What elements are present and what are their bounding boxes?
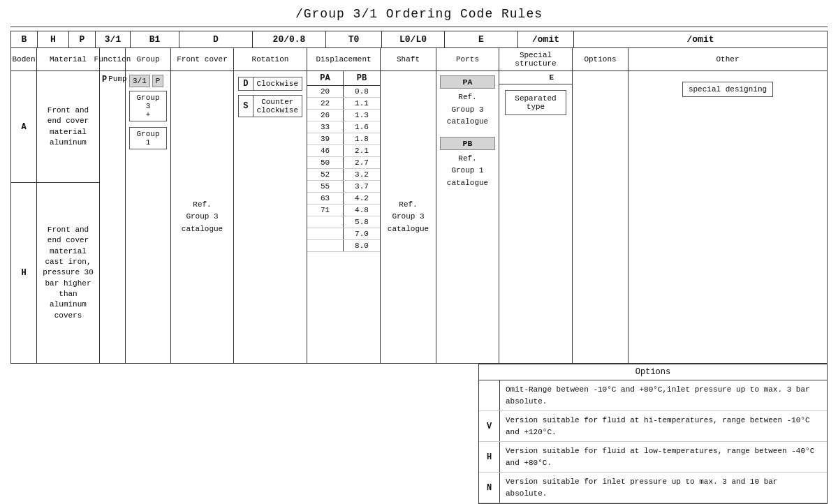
label-boden: Boden	[11, 48, 37, 71]
group-inner: 3/1 P Group 3+ Group 1	[126, 71, 170, 153]
disp-pa-val	[307, 228, 344, 239]
group-31-row: 3/1 P	[129, 75, 167, 87]
disp-pb-val: 1.1	[344, 98, 380, 109]
p-letter: P	[102, 75, 107, 84]
ports-pa-header: PA	[440, 75, 495, 89]
rotation-d-letter: D	[238, 77, 253, 91]
code-d: D	[179, 31, 253, 47]
options-val: Version suitable for inlet pressure up t…	[500, 473, 827, 503]
disp-pb-header: PB	[344, 71, 380, 85]
options-row: N Version suitable for inlet pressure up…	[479, 473, 827, 503]
disp-pa-val	[307, 216, 344, 228]
disp-pb-val: 4.2	[344, 193, 380, 204]
options-key: V	[479, 411, 500, 441]
disp-pa-val: 26	[307, 110, 344, 121]
disp-row: 8.0	[307, 240, 380, 252]
cell-material-h: Front and end cover material cast iron, …	[37, 183, 99, 363]
displacement-rows: 20 0.8 22 1.1 26 1.3 33 1.6 39 1.8 46 2.…	[307, 86, 380, 252]
code-h: H	[38, 31, 69, 47]
code-t0: T0	[326, 31, 382, 47]
col-ah: A H	[11, 71, 37, 363]
label-rotation: Rotation	[234, 48, 307, 71]
disp-row: 20 0.8	[307, 86, 380, 98]
disp-pb-val: 4.8	[344, 205, 380, 216]
pump-text: Pump	[108, 75, 126, 83]
code-31: 3/1	[96, 31, 131, 47]
col-frontcover: Ref.Group 3catalogue	[171, 71, 234, 363]
sep-type-box: Separated type	[505, 90, 566, 115]
options-key	[479, 380, 500, 410]
special-design-box: special designing	[682, 82, 773, 97]
shaft-ref: Ref.Group 3catalogue	[388, 199, 429, 236]
rotation-s-text: Counter clockwise	[253, 95, 302, 117]
disp-row: 39 1.8	[307, 133, 380, 145]
page-title: /Group 3/1 Ordering Code Rules	[10, 7, 828, 21]
group-3plus-box: Group 3+	[129, 91, 167, 121]
options-val: Version suitable for fluid at low-temper…	[500, 442, 827, 472]
options-row: H Version suitable for fluid at low-temp…	[479, 442, 827, 473]
top-divider	[10, 27, 828, 27]
code-208: 20/0.8	[253, 31, 326, 47]
displacement-header-row: PA PB	[307, 71, 380, 86]
group-p-box: P	[152, 75, 164, 87]
options-row: Omit-Range between -10°C and +80°C,inlet…	[479, 380, 827, 411]
label-group: Group	[126, 48, 171, 71]
disp-pb-val: 1.3	[344, 110, 380, 121]
code-lolo: L0/L0	[382, 31, 445, 47]
disp-pb-val: 1.6	[344, 121, 380, 133]
disp-pb-val: 7.0	[344, 228, 380, 239]
disp-pa-val: 50	[307, 157, 344, 168]
col-other: special designing	[628, 71, 827, 363]
disp-row: 52 3.2	[307, 169, 380, 181]
rotation-d-text: Clockwise	[253, 77, 302, 91]
label-options: Options	[573, 48, 628, 71]
options-table: Options Omit-Range between -10°C and +80…	[478, 364, 828, 504]
disp-pa-val: 46	[307, 145, 344, 156]
sep-type-container: Separated type	[499, 84, 572, 121]
cell-h: H	[11, 183, 36, 363]
disp-pb-val: 0.8	[344, 86, 380, 97]
label-special: Special structure	[499, 48, 573, 71]
label-other: Other	[628, 48, 827, 71]
disp-row: 71 4.8	[307, 205, 380, 216]
code-b1: B1	[131, 31, 179, 47]
code-omit2: /omit	[574, 31, 827, 47]
options-table-header: Options	[479, 364, 827, 380]
disp-row: 46 2.1	[307, 145, 380, 157]
label-frontcover: Front cover	[171, 48, 234, 71]
code-omit1: /omit	[518, 31, 574, 47]
options-row: V Version suitable for fluid at hi-tempe…	[479, 411, 827, 442]
disp-pa-val: 20	[307, 86, 344, 97]
disp-row: 22 1.1	[307, 98, 380, 110]
group-31-box: 3/1	[129, 75, 150, 87]
label-ports: Ports	[436, 48, 499, 71]
disp-pb-val: 1.8	[344, 133, 380, 144]
disp-pb-val: 2.1	[344, 145, 380, 156]
cell-material-a: Front and end cover material aluminum	[37, 71, 99, 183]
disp-pa-val: 22	[307, 98, 344, 109]
label-row: Boden Material Function Group Front cove…	[10, 47, 828, 71]
disp-row: 55 3.7	[307, 181, 380, 193]
col-special: E Separated type	[499, 71, 573, 363]
bottom-left: If you need other models, please see the…	[10, 364, 478, 504]
disp-pa-val: 39	[307, 133, 344, 144]
disp-pa-val: 71	[307, 205, 344, 216]
disp-row: 33 1.6	[307, 121, 380, 133]
options-val: Omit-Range between -10°C and +80°C,inlet…	[500, 380, 827, 410]
col-ports: PA Ref.Group 3catalogue PB Ref.Group 1ca…	[436, 71, 499, 363]
label-displacement: Displacement	[307, 48, 381, 71]
cell-a: A	[11, 71, 36, 183]
ports-pb-text: Ref.Group 1catalogue	[440, 153, 495, 190]
disp-pb-val: 5.8	[344, 216, 380, 228]
col-rotation: D Clockwise S Counter clockwise	[234, 71, 307, 363]
other-inner: special designing	[628, 71, 827, 101]
ports-pa-text: Ref.Group 3catalogue	[440, 91, 495, 128]
col-displacement: PA PB 20 0.8 22 1.1 26 1.3 33 1.6 39 1.8…	[307, 71, 381, 363]
rotation-s-row: S Counter clockwise	[238, 95, 302, 117]
main-content: A H Front and end cover material aluminu…	[10, 71, 828, 364]
disp-row: 63 4.2	[307, 193, 380, 205]
disp-pb-val: 8.0	[344, 240, 380, 251]
disp-row: 7.0	[307, 228, 380, 240]
label-shaft: Shaft	[381, 48, 436, 71]
options-key: N	[479, 473, 500, 503]
